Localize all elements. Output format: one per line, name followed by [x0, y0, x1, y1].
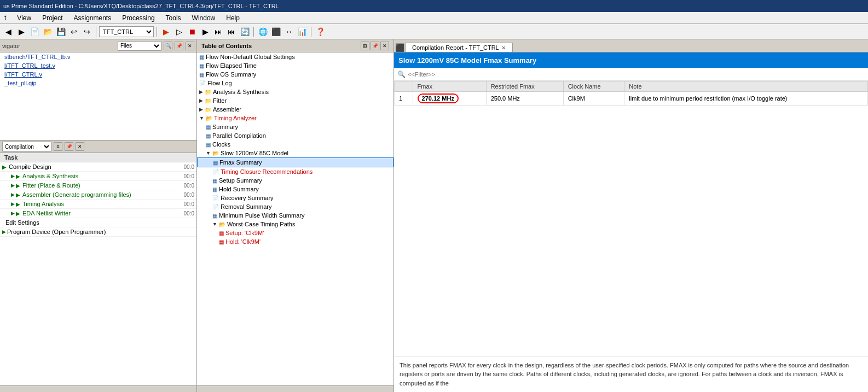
description-text: This panel reports FMAX for every clock … — [400, 362, 849, 387]
toc-bottom-scroll[interactable] — [197, 385, 394, 392]
file-item[interactable]: l/TFT_CTRL_test.v — [0, 61, 196, 70]
toolbar-separator4 — [311, 27, 311, 37]
toc-item-flow-log[interactable]: 📄 Flow Log — [197, 79, 394, 87]
toolbar-arrow-btn[interactable]: ↔ — [283, 26, 295, 38]
menu-item-processing[interactable]: Processing — [120, 13, 157, 23]
nav-search-btn[interactable]: 🔍 — [164, 42, 172, 50]
nav-close-btn[interactable]: ✕ — [186, 42, 194, 50]
toolbar-back-btn[interactable]: ◀ — [2, 26, 14, 38]
toc-item-assembler[interactable]: ▶ 📁 Assembler — [197, 105, 394, 114]
toc-item-analysis-synthesis[interactable]: ▶ 📁 Analysis & Synthesis — [197, 87, 394, 96]
toc-item-flow-os[interactable]: ▦ Flow OS Summary — [197, 70, 394, 79]
toolbar-prog-btn[interactable]: 📊 — [296, 26, 308, 38]
menu-item-assignments[interactable]: Assignments — [72, 13, 114, 23]
task-timing-analysis[interactable]: ▶ ▶ Timing Analysis 00:0 — [0, 200, 196, 209]
toc-icon-btn2[interactable]: 📌 — [371, 42, 379, 50]
toc-label: Timing Closure Recommendations — [221, 168, 313, 175]
nav-pin-btn[interactable]: 📌 — [175, 42, 183, 50]
toc-item-summary[interactable]: ▦ Summary — [197, 122, 394, 131]
task-label: EDA Netlist Writer — [22, 210, 184, 217]
task-time: 00:0 — [184, 201, 194, 207]
menu-item-file[interactable]: t — [2, 13, 8, 23]
compilation-dropdown[interactable]: Compilation — [2, 142, 51, 151]
toolbar-start-btn[interactable]: ▶ — [199, 26, 211, 38]
expand-arrow: ▼ — [199, 115, 204, 121]
toc-item-hold-summary[interactable]: ▦ Hold Summary — [197, 185, 394, 194]
toc-item-timing-closure[interactable]: 📄 Timing Closure Recommendations — [197, 167, 394, 176]
toolbar-help-btn[interactable]: ❓ — [314, 26, 326, 38]
project-select[interactable]: TFT_CTRL — [99, 26, 154, 37]
toolbar-compile-btn[interactable]: ▶ — [160, 26, 172, 38]
toolbar-step-btn[interactable]: ⏭ — [212, 26, 224, 38]
task-analysis-synthesis[interactable]: ▶ ▶ Analysis & Synthesis 00:0 — [0, 172, 196, 181]
toolbar-redo-btn[interactable]: ↪ — [81, 26, 93, 38]
toc-icon-btn1[interactable]: ⊞ — [361, 42, 369, 50]
report-icon[interactable]: ⬛ — [394, 43, 405, 52]
toc-item-slow-model[interactable]: ▼ 📂 Slow 1200mV 85C Model — [197, 149, 394, 157]
toolbar-rewind-btn[interactable]: ⏮ — [225, 26, 238, 38]
task-fitter[interactable]: ▶ ▶ Fitter (Place & Route) 00:0 — [0, 181, 196, 190]
comp-layout-btn[interactable]: ≡ — [54, 142, 62, 151]
toc-item-parallel-compilation[interactable]: ▦ Parallel Compilation — [197, 131, 394, 140]
toc-label: Hold: 'Clk9M' — [225, 238, 261, 245]
toc-item-fitter[interactable]: ▶ 📁 Fitter — [197, 96, 394, 105]
filter-input[interactable] — [408, 71, 865, 78]
toolbar-forward-btn[interactable]: ▶ — [15, 26, 27, 38]
toolbar-chip-btn[interactable]: ⬛ — [270, 26, 282, 38]
toc-item-hold-clk9m[interactable]: ▦ Hold: 'Clk9M' — [197, 237, 394, 246]
navigator-header: vigator Files 🔍 📌 ✕ — [0, 39, 196, 52]
play-icon: ▶ — [16, 183, 20, 189]
toc-item-fmax-summary[interactable]: ▦ Fmax Summary — [197, 157, 394, 167]
task-list: Task ▶ Compile Design 00:0 ▶ ▶ Analysis … — [0, 153, 196, 385]
file-item[interactable]: l/TFT_CTRL.v — [0, 70, 196, 79]
report-tab-compilation[interactable]: Compilation Report - TFT_CTRL ✕ — [405, 43, 513, 52]
cell-note: limit due to minimum period restriction … — [624, 92, 868, 106]
menu-item-view[interactable]: View — [15, 13, 33, 23]
toc-item-worst-case[interactable]: ▼ 📂 Worst-Case Timing Paths — [197, 220, 394, 229]
col-header-restricted-fmax: Restricted Fmax — [486, 81, 563, 92]
task-assembler[interactable]: ▶ ▶ Assembler (Generate programming file… — [0, 190, 196, 200]
toolbar-open-btn[interactable]: 📂 — [42, 26, 54, 38]
toc-item-setup-clk9m[interactable]: ▦ Setup: 'Clk9M' — [197, 229, 394, 237]
toc-item-removal-summary[interactable]: 📄 Removal Summary — [197, 202, 394, 211]
expand-arrow: ▼ — [212, 221, 217, 227]
menu-item-window[interactable]: Window — [190, 13, 218, 23]
menu-item-help[interactable]: Help — [224, 13, 242, 23]
toc-close-btn[interactable]: ✕ — [380, 42, 389, 50]
toolbar-run-btn[interactable]: ▷ — [173, 26, 185, 38]
toc-item-flow-non-default[interactable]: ▦ Flow Non-Default Global Settings — [197, 52, 394, 61]
task-program-device[interactable]: ▶ Program Device (Open Programmer) — [0, 227, 196, 237]
toolbar-save-btn[interactable]: 💾 — [55, 26, 67, 38]
menu-item-tools[interactable]: Tools — [164, 13, 183, 23]
folder-open-icon: 📂 — [206, 115, 212, 121]
toc-item-clocks[interactable]: ▦ Clocks — [197, 140, 394, 149]
bottom-scroll[interactable] — [0, 385, 196, 392]
tab-close-btn[interactable]: ✕ — [501, 45, 506, 51]
toolbar-new-btn[interactable]: 📄 — [28, 26, 40, 38]
toc-item-recovery-summary[interactable]: 📄 Recovery Summary — [197, 194, 394, 202]
task-label: Analysis & Synthesis — [22, 173, 184, 179]
toc-item-flow-elapsed[interactable]: ▦ Flow Elapsed Time — [197, 61, 394, 70]
comp-pin-btn[interactable]: 📌 — [65, 142, 73, 151]
file-item[interactable]: _test_pll.qip — [0, 79, 196, 87]
file-item[interactable]: stbench/TFT_CTRL_tb.v — [0, 52, 196, 61]
task-time: 00:0 — [184, 192, 194, 198]
cell-num: 1 — [395, 92, 413, 106]
toolbar-undo-btn[interactable]: ↩ — [68, 26, 80, 38]
expand-icon: ▶ — [2, 229, 6, 235]
toc-item-setup-summary[interactable]: ▦ Setup Summary — [197, 176, 394, 185]
task-eda[interactable]: ▶ ▶ EDA Netlist Writer 00:0 — [0, 209, 196, 218]
comp-close-btn[interactable]: ✕ — [76, 142, 84, 151]
task-edit-settings[interactable]: Edit Settings — [0, 218, 196, 227]
toolbar-stop-btn[interactable]: ⏹ — [186, 26, 198, 38]
toc-item-min-pulse[interactable]: ▦ Minimum Pulse Width Summary — [197, 211, 394, 220]
nav-dropdown[interactable]: Files — [118, 41, 161, 51]
toolbar-replay-btn[interactable]: 🔄 — [239, 26, 251, 38]
menu-item-project[interactable]: Project — [40, 13, 65, 23]
expand-arrow: ▶ — [199, 107, 203, 112]
toc-item-timing-analyzer[interactable]: ▼ 📂 Timing Analyzer — [197, 114, 394, 122]
task-compile-design[interactable]: ▶ Compile Design 00:0 — [0, 162, 196, 172]
toolbar-globe-btn[interactable]: 🌐 — [257, 26, 269, 38]
table-row: 1 270.12 MHz 250.0 MHz Clk9M limit due t… — [395, 92, 868, 106]
toc-title: Table of Contents — [201, 43, 252, 49]
